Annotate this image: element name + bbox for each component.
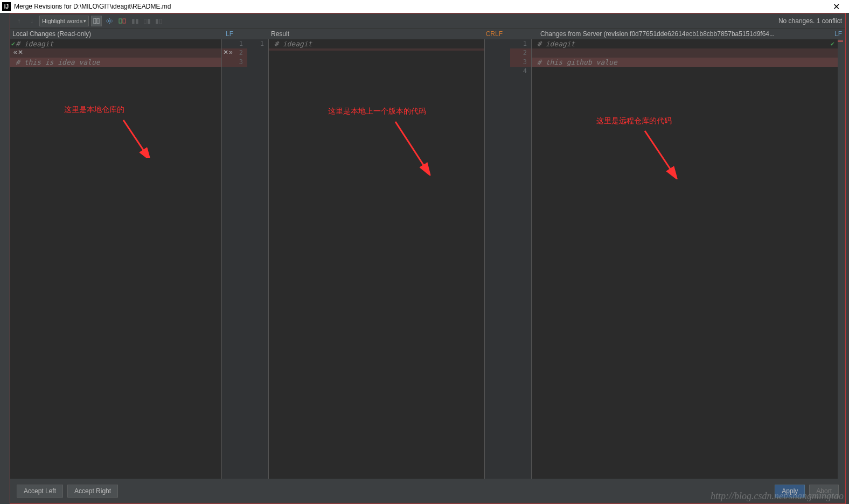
toolbar: ↑ ↓ Highlight words ▮▮ ▯▮ ▮▯ No changes.… xyxy=(10,13,845,29)
code-line xyxy=(10,48,221,58)
layout-icons: ▮▮ ▯▮ ▮▯ xyxy=(130,16,164,26)
external-diff-icon[interactable] xyxy=(117,16,128,26)
apply-button[interactable]: Apply xyxy=(775,485,805,498)
svg-line-7 xyxy=(645,131,672,171)
arrow-icon xyxy=(118,115,150,158)
conflict-marker[interactable] xyxy=(838,40,843,42)
svg-rect-0 xyxy=(94,18,96,24)
header-right: Changes from Server (revision f0d77651dd… xyxy=(538,29,845,39)
annotation-mid: 这里是本地上一个版本的代码 xyxy=(328,107,426,116)
diff-panes: ✔ # ideagit # this is idea value 这里是本地仓库… xyxy=(10,39,845,479)
code-line xyxy=(532,48,838,58)
pane-local: ✔ # ideagit # this is idea value 这里是本地仓库… xyxy=(10,39,221,479)
diff-actions-left: ✕ » xyxy=(223,48,233,56)
titlebar: IJ Merge Revisions for D:\MILO\GIT\ideag… xyxy=(0,0,849,13)
status-text: No changes. 1 conflict xyxy=(778,17,842,25)
accept-right-button[interactable]: Accept Right xyxy=(67,485,118,498)
line-number: 4 xyxy=(510,67,531,76)
header-left-encoding[interactable]: LF xyxy=(226,30,233,38)
header-left: Local Changes (Read-only) LF xyxy=(10,29,236,39)
accept-change-icon[interactable]: » xyxy=(229,48,233,56)
gutter-left-inner: 1 2 3 ✕ » xyxy=(221,39,247,479)
line-number: 2 xyxy=(510,48,531,58)
close-icon[interactable]: ✕ xyxy=(825,2,847,12)
line-number: 1 xyxy=(247,39,268,48)
line-number: 1 xyxy=(222,39,247,48)
accept-left-button[interactable]: Accept Left xyxy=(17,485,63,498)
header-mid-gutter xyxy=(236,29,269,39)
pane-result[interactable]: # ideagit 这里是本地上一个版本的代码 xyxy=(269,39,484,479)
gutter-result-right: « ✕ xyxy=(484,39,510,479)
settings-icon[interactable] xyxy=(104,16,115,26)
code-line: # this is idea value xyxy=(10,58,221,67)
header-mid-encoding[interactable]: CRLF xyxy=(486,30,503,38)
check-icon: ✔ xyxy=(11,40,15,47)
svg-rect-4 xyxy=(123,19,126,23)
merge-dialog: ↑ ↓ Highlight words ▮▮ ▯▮ ▮▯ No changes.… xyxy=(10,13,846,504)
annotation-left: 这里是本地仓库的 xyxy=(64,105,124,115)
gutter-result-left: 1 xyxy=(247,39,269,479)
arrow-icon xyxy=(390,116,433,176)
abort-button[interactable]: Abort xyxy=(809,485,839,498)
line-number: 3 xyxy=(222,58,247,67)
header-mid-label: Result xyxy=(271,30,289,38)
svg-rect-1 xyxy=(97,18,99,24)
gutter-server: 1 2 3 4 xyxy=(510,39,532,479)
prev-diff-icon[interactable]: ↑ xyxy=(13,16,24,26)
layout-2-icon[interactable]: ▯▮ xyxy=(142,16,152,26)
pane-headers: Local Changes (Read-only) LF Result CRLF… xyxy=(10,29,845,39)
layout-1-icon[interactable]: ▮▮ xyxy=(130,16,141,26)
code-line: # ideagit xyxy=(10,39,221,48)
header-right-gutter xyxy=(506,29,538,39)
svg-line-5 xyxy=(123,120,145,152)
code-line: # ideagit xyxy=(532,39,838,48)
svg-point-2 xyxy=(108,20,110,22)
line-number: 1 xyxy=(510,39,531,48)
code-line[interactable]: # ideagit xyxy=(269,39,484,48)
svg-rect-3 xyxy=(119,19,122,23)
app-icon: IJ xyxy=(2,2,11,11)
line-number: 3 xyxy=(510,58,531,67)
code-line: # this github value xyxy=(532,58,838,67)
diff-actions-right: « ✕ xyxy=(13,48,23,56)
next-diff-icon[interactable]: ↓ xyxy=(26,16,37,26)
reject-change-icon[interactable]: ✕ xyxy=(18,48,23,56)
scroll-marker-strip[interactable] xyxy=(838,39,845,479)
header-mid: Result CRLF xyxy=(269,29,506,39)
annotation-right: 这里是远程仓库的代码 xyxy=(596,116,672,126)
diff-insert-marker xyxy=(269,48,484,51)
svg-line-6 xyxy=(395,122,425,167)
ide-left-strip xyxy=(0,13,10,504)
header-right-label: Changes from Server (revision f0d77651dd… xyxy=(540,30,775,38)
highlight-select[interactable]: Highlight words xyxy=(39,16,89,26)
layout-3-icon[interactable]: ▮▯ xyxy=(154,16,164,26)
reject-change-icon[interactable]: ✕ xyxy=(223,48,228,56)
bottom-bar: Accept Left Accept Right Apply Abort xyxy=(10,479,845,503)
check-icon: ✔ xyxy=(831,40,834,47)
header-left-label: Local Changes (Read-only) xyxy=(12,30,91,38)
header-right-encoding[interactable]: LF xyxy=(834,30,842,38)
sync-scroll-icon[interactable] xyxy=(91,16,102,26)
titlebar-text: Merge Revisions for D:\MILO\GIT\ideagit\… xyxy=(14,3,171,10)
accept-change-icon[interactable]: « xyxy=(13,48,17,56)
pane-server: ✔ # ideagit # this github value 这里是远程仓库的… xyxy=(532,39,838,479)
arrow-icon xyxy=(639,125,683,179)
